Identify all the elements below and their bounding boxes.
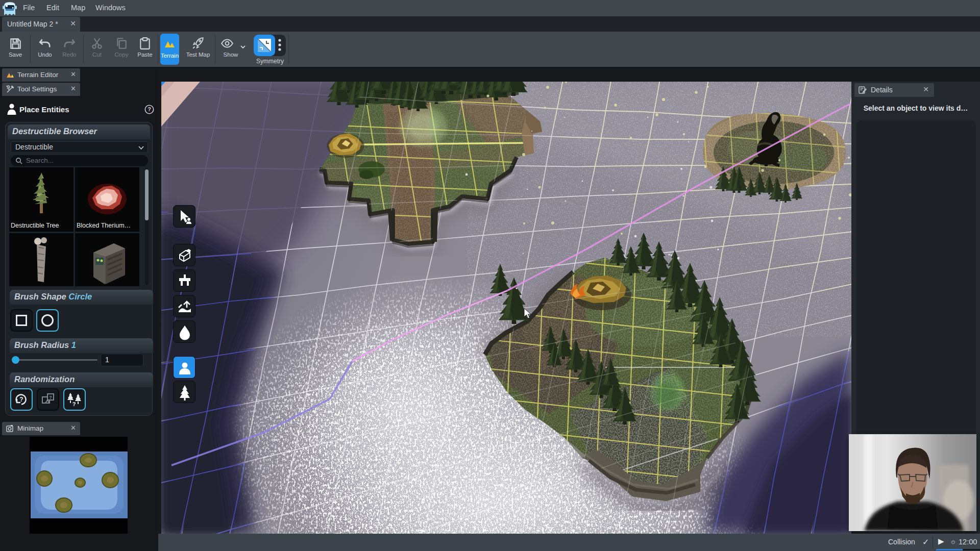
svg-text:?: ? (148, 106, 151, 112)
svg-text:?: ? (19, 396, 23, 403)
svg-text:?: ? (49, 395, 52, 400)
svg-text:?: ? (72, 401, 76, 407)
